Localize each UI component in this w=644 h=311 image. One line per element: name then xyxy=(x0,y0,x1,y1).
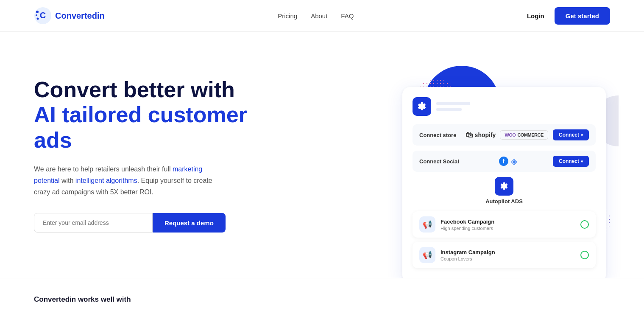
nav-pricing[interactable]: Pricing xyxy=(278,12,297,20)
instagram-campaign-info: Instagram Campaign Coupon Lovers xyxy=(440,249,580,261)
connect-store-btn-label: Connect xyxy=(559,132,579,138)
get-started-button[interactable]: Get started xyxy=(555,7,610,25)
svg-point-2 xyxy=(36,11,39,13)
hero-description: We are here to help retailers unleash th… xyxy=(34,163,229,198)
woocommerce-logo: WOOCOMMERCE xyxy=(500,130,548,140)
svg-text:C: C xyxy=(40,11,46,20)
connect-social-logos: f ◈ xyxy=(499,156,517,166)
connect-social-chevron-icon: ▾ xyxy=(581,159,583,164)
svg-point-4 xyxy=(37,18,39,20)
nav-faq[interactable]: FAQ xyxy=(341,12,354,20)
connect-social-label: Connect Social xyxy=(419,158,459,165)
dashboard-card: Connect store 🛍 shopify WOOCOMMERCE Conn… xyxy=(402,87,606,278)
demo-button[interactable]: Request a demo xyxy=(153,213,226,233)
autopilot-icon-box xyxy=(495,177,513,196)
connect-social-btn-label: Connect xyxy=(559,158,579,164)
logo-link[interactable]: C Convertedin xyxy=(34,7,105,25)
nav-about[interactable]: About xyxy=(311,12,327,20)
algorithms-link[interactable]: intelligent algorithms xyxy=(75,177,137,184)
connect-store-logos: 🛍 shopify WOOCOMMERCE xyxy=(466,130,548,140)
instagram-campaign-row: 📢 Instagram Campaign Coupon Lovers xyxy=(413,242,596,268)
card-logo-box xyxy=(413,97,431,116)
shopify-logo: 🛍 shopify xyxy=(466,131,496,140)
hero-left: Convert better with AI tailored customer… xyxy=(34,77,280,233)
autopilot-section: Autopilot ADS xyxy=(413,177,596,205)
hero-illustration: Connect store 🛍 shopify WOOCOMMERCE Conn… xyxy=(390,62,610,248)
navbar: C Convertedin Pricing About FAQ Login Ge… xyxy=(0,0,644,32)
logo-text: Convertedin xyxy=(55,11,105,21)
logo-icon: C xyxy=(34,7,52,25)
autopilot-gear-icon xyxy=(499,182,509,191)
facebook-campaign-status xyxy=(580,220,589,229)
connect-social-button[interactable]: Connect ▾ xyxy=(553,156,589,167)
facebook-campaign-info: Facebook Campaign High spending customer… xyxy=(440,219,580,231)
hero-form: Request a demo xyxy=(34,213,280,233)
card-skeleton-lines xyxy=(436,102,470,111)
facebook-campaign-icon: 📢 xyxy=(423,220,432,229)
facebook-campaign-icon-box: 📢 xyxy=(419,216,435,233)
login-button[interactable]: Login xyxy=(527,12,544,20)
facebook-campaign-row: 📢 Facebook Campaign High spending custom… xyxy=(413,211,596,238)
connect-store-button[interactable]: Connect ▾ xyxy=(553,129,589,140)
connect-chevron-icon: ▾ xyxy=(581,133,583,137)
hero-section: Convert better with AI tailored customer… xyxy=(0,32,644,278)
instagram-campaign-status xyxy=(580,251,589,259)
autopilot-label: Autopilot ADS xyxy=(413,198,596,205)
integrations-title: Convertedin works well with xyxy=(34,295,610,304)
nav-links: Pricing About FAQ xyxy=(278,12,354,20)
skeleton-line-1 xyxy=(436,102,470,105)
hero-title-line2: AI tailored customer ads xyxy=(34,102,280,153)
hero-title-line1: Convert better with xyxy=(34,77,280,103)
nav-right: Login Get started xyxy=(527,7,610,25)
connect-social-row: Connect Social f ◈ Connect ▾ xyxy=(413,151,596,172)
facebook-campaign-sub: High spending customers xyxy=(440,226,580,231)
instagram-campaign-sub: Coupon Lovers xyxy=(440,256,580,261)
skeleton-line-2 xyxy=(436,108,462,111)
facebook-icon: f xyxy=(499,157,508,166)
facebook-campaign-name: Facebook Campaign xyxy=(440,219,580,225)
instagram-campaign-icon-box: 📢 xyxy=(419,247,435,263)
google-ads-icon: ◈ xyxy=(511,156,517,166)
connect-store-row: Connect store 🛍 shopify WOOCOMMERCE Conn… xyxy=(413,124,596,146)
connect-store-label: Connect store xyxy=(419,132,456,138)
instagram-campaign-name: Instagram Campaign xyxy=(440,249,580,255)
card-header xyxy=(413,97,596,116)
card-gear-icon xyxy=(417,101,427,112)
email-input[interactable] xyxy=(34,213,153,233)
svg-point-3 xyxy=(36,14,37,16)
instagram-campaign-icon: 📢 xyxy=(423,250,432,260)
integrations-bar: Convertedin works well with 🛍 shopify WO… xyxy=(0,278,644,311)
